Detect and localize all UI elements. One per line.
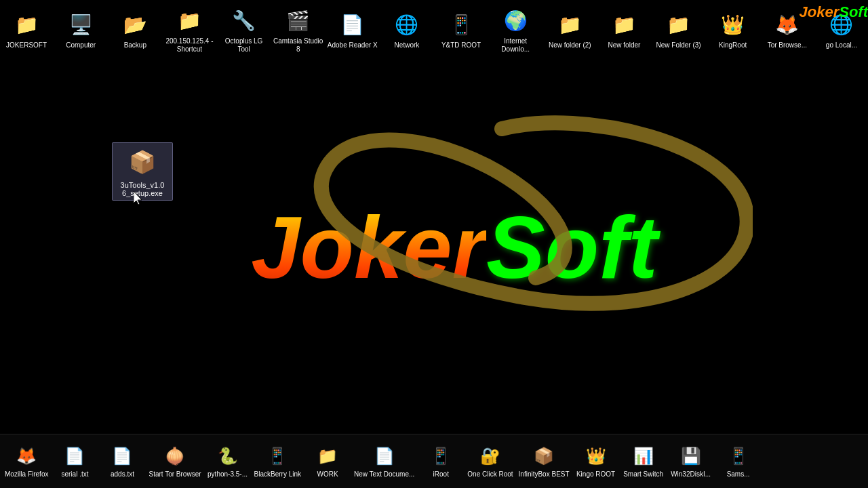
shortcut-label: 200.150.125.4 - Shortcut — [164, 37, 214, 54]
work-icon: 📁 — [315, 444, 340, 468]
tor-label: Start Tor Browser — [149, 470, 201, 479]
adobe-label: Adobe Reader X — [328, 41, 378, 49]
top-taskbar: 📁 JOKERSOFT 🖥️ Computer 📂 Backup 📁 200.1… — [0, 0, 868, 61]
blackberry-icon: 📱 — [265, 444, 290, 468]
taskbar-icon-infinitybox[interactable]: 📦 InfinityBox BEST — [517, 441, 572, 481]
taskbar-icon-win32disk[interactable]: 💾 Win32DiskI... — [668, 441, 714, 481]
newfolder3-label: New Folder (3) — [656, 41, 701, 49]
python-icon: 🐍 — [216, 444, 240, 468]
kingroot-label: KingRoot — [719, 41, 747, 49]
top-icon-kingroot[interactable]: 👑 KingRoot — [707, 9, 760, 52]
newfolder1-label: New folder (2) — [549, 41, 591, 49]
camtasia-icon: 🎬 — [285, 7, 312, 35]
joker-text: Joker — [251, 198, 486, 297]
torbrowser_top-icon: 🦊 — [774, 12, 801, 39]
firefox-icon: 🦊 — [14, 444, 39, 468]
computer-label: Computer — [66, 41, 96, 49]
newtext-label: New Text Docume... — [354, 470, 414, 479]
work-label: WORK — [317, 470, 338, 479]
iroot-label: iRoot — [433, 470, 449, 479]
taskbar-icon-blackberry[interactable]: 📱 BlackBerry Link — [252, 441, 303, 481]
infinitybox-label: InfinityBox BEST — [519, 470, 570, 479]
octoplus-label: Octoplus LG Tool — [219, 37, 269, 54]
top-icon-newfolder3[interactable]: 📁 New Folder (3) — [652, 9, 705, 52]
blackberry-label: BlackBerry Link — [254, 470, 301, 479]
internet-icon: 🌍 — [502, 7, 529, 35]
adobe-icon: 📄 — [339, 12, 366, 39]
taskbar-icon-oneclick[interactable]: 🔐 One Click Root — [465, 441, 515, 481]
backup-icon: 📂 — [121, 12, 149, 39]
taskbar-icon-iroot[interactable]: 📱 iRoot — [418, 441, 464, 481]
jokersoft-label: JOKERSOFT — [6, 41, 47, 49]
bottom-taskbar: 🦊 Mozilla Firefox 📄 serial .txt 📄 adds.t… — [0, 434, 868, 488]
backup-label: Backup — [124, 41, 146, 49]
taskbar-icon-serial[interactable]: 📄 serial .txt — [52, 441, 98, 481]
ytd-label: Y&TD ROOT — [441, 41, 481, 49]
taskbar-icon-firefox[interactable]: 🦊 Mozilla Firefox — [3, 441, 50, 481]
soft-text: Soft — [486, 198, 658, 297]
oneclick-label: One Click Root — [467, 470, 513, 479]
smartswitch-label: Smart Switch — [623, 470, 663, 479]
newfolder1-icon: 📁 — [556, 12, 583, 39]
ytd-icon: 📱 — [448, 12, 475, 39]
top-icon-shortcut[interactable]: 📁 200.150.125.4 - Shortcut — [163, 5, 216, 56]
newtext-icon: 📄 — [372, 444, 397, 468]
taskbar-icon-samsung[interactable]: 📱 Sams... — [715, 441, 762, 481]
kingroot-icon: 👑 — [719, 12, 747, 39]
computer-icon: 🖥️ — [67, 12, 94, 39]
top-right-branding: JokerSoft — [800, 3, 868, 21]
network-icon: 🌐 — [393, 12, 420, 39]
samsung-label: Sams... — [727, 470, 750, 479]
oneclick-icon: 🔐 — [478, 444, 502, 468]
network-label: Network — [395, 41, 420, 49]
infinitybox-icon: 📦 — [532, 444, 556, 468]
top-icon-newfolder2[interactable]: 📁 New folder — [597, 9, 650, 52]
serial-label: serial .txt — [61, 470, 88, 479]
top-icon-camtasia[interactable]: 🎬 Camtasia Studio 8 — [272, 5, 325, 56]
python-label: python-3.5-... — [208, 470, 248, 479]
camtasia-label: Camtasia Studio 8 — [273, 37, 323, 54]
kingoroot-icon: 👑 — [584, 444, 608, 468]
adds-label: adds.txt — [111, 470, 134, 479]
butools-icon: 📦 — [126, 146, 159, 178]
top-icon-jokersoft[interactable]: 📁 JOKERSOFT — [0, 9, 53, 52]
top-icon-computer[interactable]: 🖥️ Computer — [54, 9, 107, 52]
firefox-label: Mozilla Firefox — [5, 470, 48, 479]
taskbar-icon-work[interactable]: 📁 WORK — [304, 441, 351, 481]
top-icon-backup[interactable]: 📂 Backup — [108, 9, 161, 52]
iroot-icon: 📱 — [429, 444, 453, 468]
jokersoft-icon: 📁 — [13, 12, 40, 39]
win32disk-label: Win32DiskI... — [671, 470, 711, 479]
taskbar-icon-python[interactable]: 🐍 python-3.5-... — [205, 441, 251, 481]
newfolder2-label: New folder — [608, 41, 641, 49]
adds-icon: 📄 — [110, 444, 134, 468]
taskbar-icon-smartswitch[interactable]: 📊 Smart Switch — [620, 441, 667, 481]
locality-label: go Local... — [826, 41, 857, 49]
taskbar-icon-adds[interactable]: 📄 adds.txt — [99, 441, 145, 481]
top-icon-adobe[interactable]: 📄 Adobe Reader X — [326, 9, 379, 52]
internet-label: Internet Downlo... — [490, 37, 540, 54]
kingoroot-label: Kingo ROOT — [576, 470, 615, 479]
octoplus-icon: 🔧 — [231, 7, 258, 35]
newfolder3-icon: 📁 — [665, 12, 692, 39]
tor-icon: 🧅 — [163, 444, 187, 468]
top-icon-octoplus[interactable]: 🔧 Octoplus LG Tool — [218, 5, 271, 56]
taskbar-icon-kingoroot[interactable]: 👑 Kingo ROOT — [573, 441, 619, 481]
top-icon-network[interactable]: 🌐 Network — [380, 9, 433, 52]
samsung-icon: 📱 — [726, 444, 751, 468]
taskbar-icon-newtext[interactable]: 📄 New Text Docume... — [352, 441, 416, 481]
jokersoft-logo: JokerSoft — [251, 203, 658, 291]
desktop: 📁 JOKERSOFT 🖥️ Computer 📂 Backup 📁 200.1… — [0, 0, 868, 488]
top-icon-internet[interactable]: 🌍 Internet Downlo... — [489, 5, 542, 56]
top-icon-newfolder1[interactable]: 📁 New folder (2) — [543, 9, 596, 52]
win32disk-icon: 💾 — [679, 444, 703, 468]
brand-joker: Joker — [800, 3, 840, 20]
serial-icon: 📄 — [62, 444, 87, 468]
top-icon-ytd[interactable]: 📱 Y&TD ROOT — [435, 9, 488, 52]
torbrowser_top-label: Tor Browse... — [768, 41, 807, 49]
taskbar-icon-tor[interactable]: 🧅 Start Tor Browser — [146, 441, 203, 481]
shortcut-icon: 📁 — [176, 7, 203, 35]
butools-file-icon[interactable]: 📦 3uTools_v1.06_setup.exe — [112, 142, 173, 201]
newfolder2-icon: 📁 — [610, 12, 637, 39]
butools-label: 3uTools_v1.06_setup.exe — [121, 181, 165, 197]
